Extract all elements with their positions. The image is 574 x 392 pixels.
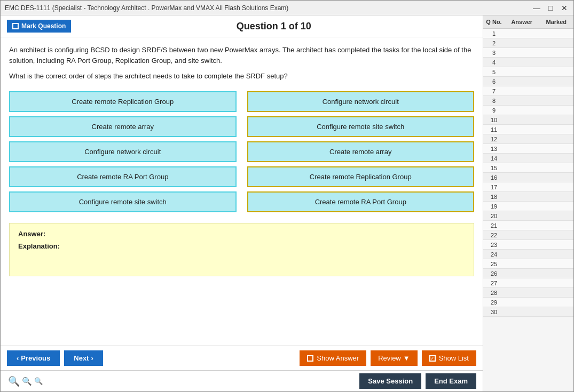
q-row-answer: [505, 211, 539, 220]
sidebar-row-22[interactable]: 22: [483, 230, 573, 240]
review-label: Review: [378, 354, 401, 362]
right-drag-item-5[interactable]: Create remote RA Port Group: [247, 191, 475, 212]
left-drag-column: Create remote Replication Group Create r…: [9, 91, 237, 212]
q-row-num: 1: [483, 29, 505, 38]
left-drag-item-2[interactable]: Create remote array: [9, 116, 237, 137]
left-drag-item-1[interactable]: Create remote Replication Group: [9, 91, 237, 112]
left-drag-item-5[interactable]: Configure remote site switch: [9, 191, 237, 212]
sidebar-row-1[interactable]: 1: [483, 29, 573, 38]
question-prompt: What is the correct order of steps the a…: [9, 71, 474, 82]
end-exam-button[interactable]: End Exam: [426, 373, 476, 389]
previous-button[interactable]: ‹ Previous: [7, 350, 60, 366]
q-row-num: 8: [483, 96, 505, 105]
sidebar-header-marked: Marked: [539, 18, 574, 26]
sidebar-row-20[interactable]: 20: [483, 211, 573, 221]
q-row-marked: [539, 192, 574, 201]
sidebar-row-24[interactable]: 24: [483, 250, 573, 259]
q-row-num: 22: [483, 230, 505, 239]
q-row-marked: [539, 154, 574, 163]
previous-label: Previous: [21, 354, 50, 362]
q-row-num: 26: [483, 269, 505, 278]
left-drag-item-3[interactable]: Configure network circuit: [9, 141, 237, 162]
sidebar-row-15[interactable]: 15: [483, 163, 573, 173]
q-row-answer: [505, 173, 539, 182]
question-text: An architect is configuring BCSD to desi…: [9, 45, 474, 66]
sidebar-row-10[interactable]: 10: [483, 115, 573, 125]
sidebar-row-13[interactable]: 13: [483, 144, 573, 154]
q-row-num: 18: [483, 192, 505, 201]
q-row-num: 12: [483, 134, 505, 143]
sidebar-row-30[interactable]: 30: [483, 307, 573, 317]
right-drag-item-3[interactable]: Create remote array: [247, 141, 475, 162]
minimize-button[interactable]: —: [532, 3, 541, 13]
sidebar-row-23[interactable]: 23: [483, 240, 573, 250]
sidebar-row-4[interactable]: 4: [483, 58, 573, 67]
sidebar-row-28[interactable]: 28: [483, 288, 573, 298]
nav-bar: ‹ Previous Next › Show Answer Review ▼: [1, 346, 483, 370]
explanation-label: Explanation:: [18, 242, 465, 250]
q-row-answer: [505, 67, 539, 76]
sidebar-row-11[interactable]: 11: [483, 125, 573, 134]
zoom-in-button[interactable]: 🔍: [33, 376, 44, 386]
sidebar-header: Q No. Answer Marked: [483, 15, 573, 29]
left-drag-item-4[interactable]: Create remote RA Port Group: [9, 166, 237, 187]
sidebar-row-16[interactable]: 16: [483, 173, 573, 182]
q-row-num: 5: [483, 67, 505, 76]
q-row-num: 6: [483, 77, 505, 86]
title-bar: EMC DES-1111 (Specialist - Technology Ar…: [1, 1, 573, 15]
q-row-marked: [539, 173, 574, 182]
sidebar-row-18[interactable]: 18: [483, 192, 573, 202]
q-row-marked: [539, 77, 574, 86]
q-row-answer: [505, 125, 539, 134]
q-row-answer: [505, 106, 539, 115]
sidebar-row-14[interactable]: 14: [483, 154, 573, 163]
answer-section: Answer: Explanation:: [9, 223, 474, 276]
sidebar-row-26[interactable]: 26: [483, 269, 573, 278]
q-row-answer: [505, 77, 539, 86]
sidebar-row-29[interactable]: 29: [483, 298, 573, 307]
right-drag-item-4[interactable]: Create remote Replication Group: [247, 166, 475, 187]
q-row-marked: [539, 58, 574, 67]
next-label: Next: [74, 354, 89, 362]
sidebar-row-27[interactable]: 27: [483, 278, 573, 288]
sidebar-row-25[interactable]: 25: [483, 259, 573, 269]
show-answer-button[interactable]: Show Answer: [300, 350, 366, 366]
close-button[interactable]: ✕: [560, 3, 569, 13]
q-row-marked: [539, 250, 574, 259]
app-window: EMC DES-1111 (Specialist - Technology Ar…: [0, 0, 574, 392]
sidebar-row-2[interactable]: 2: [483, 38, 573, 48]
q-row-marked: [539, 29, 574, 38]
right-drag-item-1[interactable]: Configure network circuit: [247, 91, 475, 112]
sidebar-row-3[interactable]: 3: [483, 48, 573, 58]
sidebar-row-8[interactable]: 8: [483, 96, 573, 106]
q-row-answer: [505, 192, 539, 201]
sidebar-row-17[interactable]: 17: [483, 182, 573, 192]
zoom-out-button[interactable]: 🔍: [7, 374, 21, 388]
q-row-answer: [505, 250, 539, 259]
q-row-marked: [539, 125, 574, 134]
show-answer-label: Show Answer: [317, 354, 359, 362]
mark-question-button[interactable]: Mark Question: [7, 20, 71, 33]
question-area: An architect is configuring BCSD to desi…: [1, 37, 483, 346]
q-row-marked: [539, 48, 574, 57]
q-row-answer: [505, 58, 539, 67]
q-row-marked: [539, 288, 574, 297]
save-session-button[interactable]: Save Session: [359, 373, 421, 389]
zoom-reset-button[interactable]: 🔍: [21, 375, 33, 387]
sidebar-row-12[interactable]: 12: [483, 134, 573, 144]
show-list-button[interactable]: ✓ Show List: [422, 350, 476, 366]
maximize-button[interactable]: □: [546, 3, 555, 13]
next-button[interactable]: Next ›: [64, 350, 103, 366]
q-row-num: 27: [483, 278, 505, 287]
sidebar-row-21[interactable]: 21: [483, 221, 573, 230]
sidebar-row-7[interactable]: 7: [483, 86, 573, 96]
review-button[interactable]: Review ▼: [371, 350, 418, 366]
q-row-answer: [505, 240, 539, 249]
q-row-num: 24: [483, 250, 505, 259]
sidebar-row-9[interactable]: 9: [483, 106, 573, 115]
sidebar-row-19[interactable]: 19: [483, 202, 573, 211]
q-row-num: 14: [483, 154, 505, 163]
sidebar-row-6[interactable]: 6: [483, 77, 573, 86]
right-drag-item-2[interactable]: Configure remote site switch: [247, 116, 475, 137]
sidebar-row-5[interactable]: 5: [483, 67, 573, 77]
